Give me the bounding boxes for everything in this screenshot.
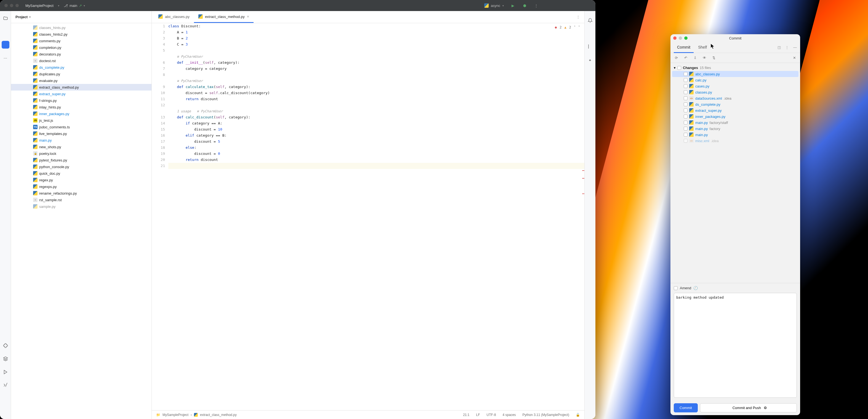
terminal-button[interactable] <box>2 382 9 389</box>
tree-file-item[interactable]: f-strings.py <box>11 97 152 104</box>
more-actions-icon[interactable]: ⋮ <box>534 3 538 8</box>
vcs-branch-widget[interactable]: ⎇ main ↗ ▾ <box>64 4 85 8</box>
file-checkbox[interactable] <box>684 72 687 76</box>
tree-file-item[interactable]: live_templates.py <box>11 130 152 137</box>
file-checkbox[interactable] <box>684 102 687 106</box>
debug-button[interactable]: ⬢ <box>522 3 527 8</box>
window-controls[interactable] <box>4 4 19 7</box>
group-by-icon[interactable]: ⇅ <box>711 56 716 60</box>
change-file-item[interactable]: extract_super.py <box>671 108 800 114</box>
editor-tab[interactable]: extract_class_method.py× <box>194 11 253 23</box>
change-file-item[interactable]: classes.py <box>671 89 800 95</box>
tree-file-item[interactable]: quick_doc.py <box>11 170 152 177</box>
code-with-me-icon[interactable] <box>563 3 568 8</box>
breadcrumb-project[interactable]: MySampleProject <box>162 413 188 417</box>
tree-file-item[interactable]: inner_packages.py <box>11 111 152 117</box>
interpreter-widget[interactable]: Python 3.11 (MySampleProject) <box>523 413 569 417</box>
tree-file-item[interactable]: new_shots.py <box>11 144 152 150</box>
change-file-item[interactable]: main.py <box>671 132 800 138</box>
file-checkbox[interactable] <box>684 133 687 137</box>
run-configuration-selector[interactable]: async ▾ <box>484 3 504 8</box>
tree-file-item[interactable]: regex.py <box>11 177 152 183</box>
vcs-button[interactable] <box>2 408 9 416</box>
options-icon[interactable]: ⋮ <box>785 45 789 50</box>
editor-content[interactable]: class Discount: A = 1 B = 2 C = 3 ≡ PyCh… <box>168 23 584 410</box>
code-editor[interactable]: ●2 ▲2 ˄ ˅ 12345 678 9101112 131415161718… <box>152 23 584 410</box>
ai-assistant-button[interactable]: ✦ <box>586 56 594 64</box>
notifications-button[interactable] <box>586 17 594 24</box>
commit-tool-button[interactable] <box>2 41 9 49</box>
change-file-item[interactable]: calc.py <box>671 77 800 83</box>
change-file-item[interactable]: </>dataSources.xml .idea <box>671 95 800 101</box>
change-file-item[interactable]: abc_classes.py <box>672 71 799 77</box>
tree-file-item[interactable]: main.py <box>11 137 152 144</box>
tab-shelf[interactable]: Shelf <box>695 42 710 53</box>
tree-file-item[interactable]: duplicates.py <box>11 71 152 77</box>
file-checkbox[interactable] <box>684 90 687 94</box>
tree-file-item[interactable]: classes_hints2.py <box>11 31 152 37</box>
tree-file-item[interactable]: regexps.py <box>11 183 152 190</box>
commit-and-push-button[interactable]: Commit and Push ⚙ <box>700 403 797 412</box>
history-icon[interactable]: 🕘 <box>693 286 698 290</box>
tree-file-item[interactable]: ds_complete.py <box>11 64 152 71</box>
change-file-item[interactable]: inner_packages.py <box>671 114 800 120</box>
tree-file-item[interactable]: completion.py <box>11 44 152 51</box>
minimize-icon[interactable]: — <box>793 45 797 50</box>
services-button[interactable] <box>2 368 9 376</box>
tree-file-item[interactable]: 🔒poetry.lock <box>11 150 152 157</box>
problems-button[interactable] <box>2 395 9 402</box>
tree-file-item[interactable]: decorators.py <box>11 51 152 57</box>
project-tool-button[interactable] <box>2 14 9 22</box>
marker-bar[interactable] <box>581 23 584 410</box>
navigation-bar[interactable]: 📁 MySampleProject › extract_class_method… <box>156 413 237 417</box>
file-checkbox[interactable] <box>684 96 687 100</box>
commit-button[interactable]: Commit <box>674 403 698 412</box>
change-file-item[interactable]: cases.py <box>671 83 800 89</box>
window-controls[interactable] <box>673 36 687 40</box>
editor-tab[interactable]: abc_classes.py <box>154 11 194 23</box>
file-checkbox[interactable] <box>684 121 687 124</box>
expand-all-icon[interactable]: ✕ <box>792 56 797 60</box>
commit-message-input[interactable]: barking method updated <box>674 293 797 398</box>
tree-file-item[interactable]: pytest_fixtures.py <box>11 157 152 163</box>
project-name[interactable]: MySampleProject <box>25 4 54 8</box>
tree-file-item[interactable]: extract_super.py <box>11 91 152 97</box>
tree-file-item[interactable]: TSjsdoc_comments.ts <box>11 124 152 130</box>
search-icon[interactable] <box>575 3 580 8</box>
refresh-icon[interactable]: ⟳ <box>674 56 679 60</box>
diff-preview-icon[interactable]: ◫ <box>777 45 781 50</box>
change-file-item[interactable]: </>misc.xml .idea <box>671 138 800 144</box>
line-separator[interactable]: LF <box>476 413 480 417</box>
tree-file-item[interactable]: rename_refactorings.py <box>11 190 152 197</box>
editor-gutter[interactable]: 12345 678 9101112 131415161718192021 <box>152 23 168 410</box>
tree-file-item[interactable]: ≡doctest.rst <box>11 57 152 64</box>
tree-file-item[interactable]: evaluate.py <box>11 77 152 84</box>
commit-titlebar[interactable]: Commit <box>671 34 800 42</box>
project-tree[interactable]: classes_hints.pyclasses_hints2.pycomment… <box>11 23 152 419</box>
sciview-button[interactable] <box>586 43 594 51</box>
amend-checkbox[interactable] <box>674 286 678 290</box>
file-checkbox[interactable] <box>684 139 687 143</box>
changelist-icon[interactable]: 👁 <box>702 56 707 60</box>
caret-position[interactable]: 21:1 <box>463 413 469 417</box>
tree-file-item[interactable]: comments.py <box>11 37 152 44</box>
tree-file-item[interactable]: classes_hints.py <box>11 24 152 31</box>
rollback-icon[interactable]: ↶ <box>683 56 688 60</box>
lock-icon[interactable]: 🔓 <box>576 413 580 417</box>
tree-file-item[interactable]: inlay_hints.py <box>11 104 152 111</box>
run-button[interactable]: ▶ <box>510 3 516 8</box>
file-checkbox[interactable] <box>684 84 687 88</box>
file-checkbox[interactable] <box>684 115 687 118</box>
indent-widget[interactable]: 4 spaces <box>503 413 516 417</box>
settings-icon[interactable] <box>586 3 591 8</box>
tree-file-item[interactable]: JSjs_test.js <box>11 117 152 124</box>
change-file-item[interactable]: main.py factory <box>671 126 800 132</box>
change-file-item[interactable]: ds_complete.py <box>671 101 800 108</box>
tree-file-item[interactable]: sample.py <box>11 203 152 210</box>
tree-file-item[interactable]: ≡rst_sample.rst <box>11 197 152 203</box>
changes-node[interactable]: ▾ Changes 15 files <box>671 65 800 71</box>
diff-icon[interactable]: ⇩ <box>692 56 698 60</box>
file-checkbox[interactable] <box>684 109 687 112</box>
file-checkbox[interactable] <box>684 78 687 82</box>
change-file-item[interactable]: main.py factory/staff <box>671 120 800 126</box>
